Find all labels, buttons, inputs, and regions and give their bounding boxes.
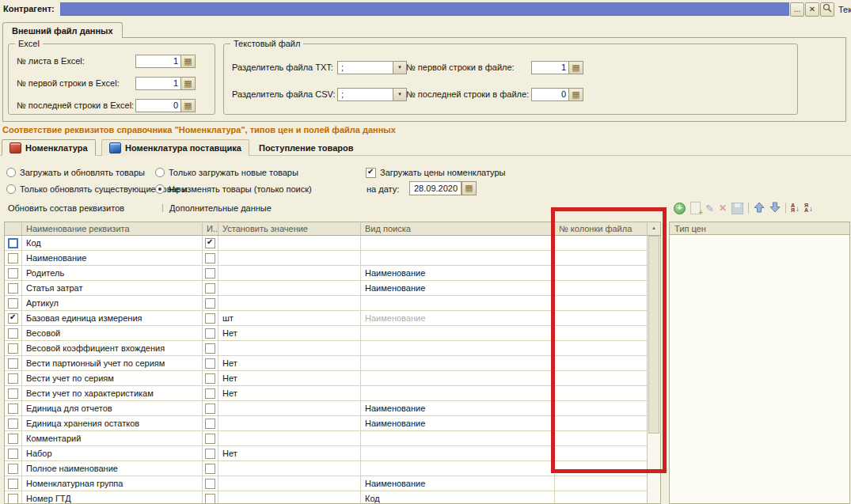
attribute-name-cell[interactable]: Набор [22,446,203,460]
checkbox-icon[interactable] [8,494,18,504]
search-kind-cell[interactable]: Наименование [361,401,555,415]
table-row[interactable]: Код [5,236,647,251]
set-value-cell[interactable]: Нет [218,356,361,370]
checkbox-icon[interactable] [205,419,215,429]
checkbox-icon[interactable] [8,479,18,489]
delete-icon[interactable]: ✕ [719,203,727,214]
price-date-input[interactable]: 28.09.2020 [409,181,462,195]
set-value-cell[interactable]: Нет [218,326,361,340]
attribute-name-cell[interactable]: Номенклатурная группа [22,476,203,491]
header-search-kind[interactable]: Вид поиска [361,222,555,235]
search-kind-cell[interactable] [361,386,555,400]
use-cell[interactable] [203,386,218,400]
checkbox-icon[interactable] [205,373,215,384]
checkbox-icon[interactable] [205,449,215,459]
contragent-input[interactable] [60,2,789,16]
file-column-cell[interactable] [555,341,647,355]
header-set-value[interactable]: Установить значение [218,222,361,235]
attribute-name-cell[interactable]: Весовой [22,326,203,340]
checkbox-icon[interactable] [8,328,18,339]
attribute-name-cell[interactable]: Номер ГТД [22,491,203,503]
file-column-cell[interactable] [555,326,647,340]
row-select-cell[interactable] [5,356,22,370]
row-select-cell[interactable] [5,401,22,415]
contragent-clear-button[interactable]: ✕ [805,2,819,17]
use-cell[interactable] [203,251,218,265]
set-value-cell[interactable] [218,251,361,265]
search-kind-cell[interactable]: Наименование [361,281,555,295]
attribute-name-cell[interactable]: Полное наименование [22,461,203,476]
file-column-cell[interactable] [555,296,647,310]
search-kind-cell[interactable] [361,326,555,340]
set-value-cell[interactable] [218,416,361,430]
file-first-row-calc-button[interactable]: ▦ [568,61,583,74]
file-column-cell[interactable] [555,401,647,415]
excel-first-row-input[interactable]: 1 [135,77,181,90]
checkbox-icon[interactable] [8,238,18,248]
use-cell[interactable] [203,326,218,340]
set-value-cell[interactable] [218,296,361,310]
edit-pencil-icon[interactable]: ✎ [705,203,714,214]
checkbox-icon[interactable] [205,479,215,489]
radio-load-and-update[interactable]: Загружать и обновлять товары [6,167,145,178]
checkbox-icon[interactable] [205,328,215,339]
search-kind-cell[interactable]: Код [361,491,555,503]
row-select-cell[interactable] [5,251,22,265]
file-first-row-input[interactable]: 1 [531,61,569,74]
checkbox-icon[interactable] [205,238,215,248]
checkbox-icon[interactable] [205,298,215,309]
chevron-down-icon[interactable]: ▼ [393,89,406,100]
excel-sheet-calc-button[interactable]: ▦ [180,55,196,68]
search-kind-cell[interactable] [361,251,555,265]
header-attribute-name[interactable]: Наименование реквизита [22,222,203,235]
file-column-cell[interactable] [555,386,647,400]
search-kind-cell[interactable]: Наименование [361,266,555,280]
search-kind-cell[interactable] [361,446,555,460]
table-row[interactable]: Номенклатурная группаНаименование [5,476,647,491]
file-column-cell[interactable] [555,476,647,491]
checkbox-icon[interactable] [205,343,215,354]
row-select-cell[interactable] [5,431,22,445]
attribute-name-cell[interactable]: Единица хранения остатков [22,416,203,430]
checkbox-icon[interactable] [8,268,18,279]
table-row[interactable]: Полное наименование [5,461,647,476]
use-cell[interactable] [203,371,218,385]
contragent-search-button[interactable] [820,2,834,17]
search-kind-cell[interactable] [361,341,555,355]
attribute-name-cell[interactable]: Единица для отчетов [22,401,203,415]
scroll-up-icon[interactable]: ▲ [648,222,660,236]
checkbox-icon[interactable] [8,449,18,459]
header-file-column[interactable]: № колонки файла [555,222,648,235]
table-row[interactable]: Базовая единица измеренияштНаименование [5,311,647,326]
checkbox-icon[interactable] [8,373,18,384]
file-column-cell[interactable] [555,266,647,280]
attribute-name-cell[interactable]: Вести учет по характеристикам [22,386,203,400]
checkbox-icon[interactable] [8,343,18,354]
checkbox-icon[interactable] [205,404,215,414]
table-row[interactable]: Вести партионный учет по сериямНет [5,356,647,371]
search-kind-cell[interactable] [361,296,555,310]
table-row[interactable]: Номер ГТДКод [5,491,647,503]
use-cell[interactable] [203,341,218,355]
excel-first-row-calc-button[interactable]: ▦ [180,77,196,90]
row-select-cell[interactable] [5,371,22,385]
attribute-name-cell[interactable]: Весовой коэффициент вхождения [22,341,203,355]
table-row[interactable]: РодительНаименование [5,266,647,281]
table-scrollbar[interactable]: ▲ [647,222,660,503]
checkbox-icon[interactable] [8,464,18,474]
row-select-cell[interactable] [5,491,22,503]
set-value-cell[interactable]: Нет [218,386,361,400]
search-kind-cell[interactable]: Наименование [361,476,555,491]
file-column-cell[interactable] [555,311,647,325]
use-cell[interactable] [203,491,218,503]
row-select-cell[interactable] [5,311,22,325]
tab-nomenklatura[interactable]: Номенклатура [2,139,96,156]
table-row[interactable]: ВесовойНет [5,326,647,341]
tab-postuplenie-tovarov[interactable]: Поступление товаров [252,139,360,156]
scrollbar-thumb[interactable] [648,236,659,434]
set-value-cell[interactable] [218,281,361,295]
checkbox-icon[interactable] [205,494,215,504]
csv-separator-select[interactable]: ; ▼ [337,88,407,101]
search-kind-cell[interactable]: Наименование [361,311,555,325]
checkbox-icon[interactable] [8,404,18,414]
